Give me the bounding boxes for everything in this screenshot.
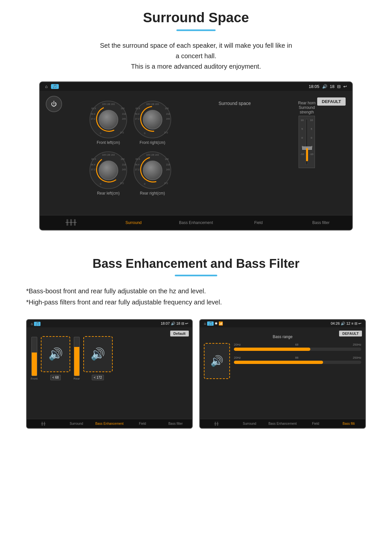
- knob-label-rr: Rear right(cm): [140, 191, 165, 196]
- time-display: 18:05: [309, 84, 319, 89]
- left-speaker-group: Front: [31, 337, 38, 380]
- surround-space-label: Surround space: [212, 101, 257, 106]
- knob-rear-left: 109 136 163 190 218 245 272 81.6 54.4 27…: [90, 151, 127, 196]
- panel-nav-field[interactable]: Field: [126, 419, 159, 428]
- panel-nav-bass-enhancement[interactable]: Bass Enhancement: [93, 419, 126, 428]
- bf-slider-track-2[interactable]: [234, 361, 361, 364]
- nav-item-field[interactable]: Field: [227, 216, 290, 229]
- nav-item-surround[interactable]: Surround: [102, 216, 165, 229]
- description: Set the surround space of each speaker, …: [26, 40, 366, 72]
- panel-right-nav-surround[interactable]: Surround: [233, 419, 266, 428]
- section2-title: Bass Enhancement and Bass Filter: [26, 257, 366, 271]
- home-icon-left: ⌂: [31, 322, 33, 326]
- statusbar-left: ⌂ 🎵: [45, 84, 59, 89]
- equalizer-icon: ╫╫╫: [41, 219, 101, 225]
- panel-nav-surround[interactable]: Surround: [60, 419, 93, 428]
- section-bass: Bass Enhancement and Bass Filter *Bass-b…: [0, 244, 392, 435]
- knobs-area: 109 136 163 190 218 245 272 81.6 54.4 27…: [46, 97, 346, 199]
- bass-filter-speaker: 🔊: [204, 343, 230, 379]
- knob-label-fr: Front right(cm): [139, 140, 165, 145]
- knob-label-rl: Rear left(cm): [97, 191, 120, 196]
- knob-grid: 109 136 163 190 218 245 272 81.6 54.4 27…: [90, 101, 171, 196]
- bf-slider-row-2: 20Hz 88 250Hz: [234, 356, 361, 364]
- fader-orange-fill: [306, 148, 308, 161]
- knob-outer-fl[interactable]: 109 136 163 190 218 245 272 81.6 54.4 27…: [90, 101, 127, 138]
- bf-slider-track-1[interactable]: [234, 348, 361, 351]
- panel-device-bass-filter: ⌂ 🎵 ✱ 📶 04:26 🔊 12 ≡ ⊟ ↩ DEFAULT Bass ra…: [199, 319, 366, 429]
- volume-icon: 🔊: [322, 84, 327, 89]
- panel-left-statusbar: ⌂ 🎵 18:07 🔊 18 ⊟ ↩: [27, 320, 192, 327]
- speaker-icon-left: 🔊: [48, 347, 63, 361]
- knob-front-right: 109 136 163 190 218 245 272 81.6 54.4 27…: [134, 101, 171, 145]
- panel-right-statusbar: ⌂ 🎵 ✱ 📶 04:26 🔊 12 ≡ ⊟ ↩: [200, 320, 365, 327]
- panel-left-status-right: 18:07 🔊 18 ⊟ ↩: [161, 321, 188, 326]
- fader-labels-right: 10 5 0 -5 -10: [310, 119, 314, 156]
- back-icon[interactable]: ↩: [343, 84, 347, 89]
- panel-right-status-right: 04:26 🔊 12 ≡ ⊟ ↩: [331, 321, 362, 326]
- nav-item-bass-enhancement[interactable]: Bass Enhancement: [165, 216, 227, 229]
- section2-desc: *Bass-boost front and rear fully adjusta…: [26, 285, 366, 308]
- bf-slider-row-1: 20Hz 68 250Hz: [234, 343, 361, 351]
- device-statusbar: ⌂ 🎵 18:05 🔊 18 ⊟ ↩: [40, 82, 352, 91]
- default-button[interactable]: DEFAULT: [317, 97, 346, 106]
- window-icon: ⊟: [337, 84, 341, 89]
- bass-filter-content: Bass range 🔊 20Hz 68: [204, 335, 361, 379]
- rear-horn-label: Rear hornSurroundstrength: [298, 101, 316, 114]
- two-panels: ⌂ 🎵 18:07 🔊 18 ⊟ ↩ Default: [26, 319, 366, 429]
- speaker-vis-left: 🔊 < 68: [41, 336, 70, 380]
- right-speaker-group: Rear: [74, 337, 80, 380]
- panel-left-default-btn[interactable]: Default: [170, 331, 189, 336]
- panel-right-screen: DEFAULT Bass range 🔊: [200, 327, 365, 419]
- device-mockup-1: ⌂ 🎵 18:05 🔊 18 ⊟ ↩ ⏻ DEFAULT: [39, 81, 353, 231]
- fader-labels-left: 10 5 0 -5 -10: [300, 119, 304, 156]
- knob-rear-right: 109 136 163 190 218 245 272 81.6 54.4 27…: [134, 151, 171, 196]
- knob-front-left: 109 136 163 190 218 245 272 81.6 54.4 27…: [90, 101, 127, 145]
- be-slider-left[interactable]: [31, 337, 37, 376]
- app-icon: 🎵: [51, 84, 59, 89]
- knob-outer-rr[interactable]: 109 136 163 190 218 245 272 81.6 54.4 27…: [134, 151, 171, 189]
- app-icon-left: 🎵: [34, 322, 41, 326]
- right-panel: Rear hornSurroundstrength 10 5 0 -5 -10: [298, 101, 316, 168]
- bf-slider-fill-2: [234, 361, 323, 364]
- be-value-1: < 68: [50, 375, 61, 380]
- panel-nav-bass-filter[interactable]: Bass filter: [159, 419, 192, 428]
- panel-right-nav-field[interactable]: Field: [299, 419, 332, 428]
- section-surround-space: Surround Space Set the surround space of…: [0, 0, 392, 244]
- panel-left-status-left: ⌂ 🎵: [31, 322, 41, 326]
- bass-range-label: Bass range: [204, 335, 361, 339]
- section2-underline: [175, 275, 217, 276]
- panel-right-nav-eq[interactable]: ╫╫: [200, 419, 233, 428]
- bf-slider-fill-1: [234, 348, 310, 351]
- speaker-icon-right: 🔊: [90, 347, 105, 361]
- title-underline: [176, 29, 216, 31]
- panel-right-nav-bass-filter[interactable]: Bass filti: [332, 419, 365, 428]
- knob-outer-fr[interactable]: 109 136 163 190 218 245 272 81.6 54.4 27…: [134, 101, 171, 138]
- bass-filter-sliders: 20Hz 68 250Hz: [234, 343, 361, 369]
- home-icon-right: ⌂: [204, 321, 206, 325]
- panel-right-nav-bass-enhancement[interactable]: Bass Enhancement: [266, 419, 299, 428]
- fader-container[interactable]: 10 5 0 -5 -10 10 5 0: [299, 116, 315, 168]
- power-button[interactable]: ⏻: [46, 96, 62, 112]
- nav-item-equalizer[interactable]: ╫╫╫: [40, 215, 102, 230]
- panel-right-nav: ╫╫ Surround Bass Enhancement Field Bass …: [200, 419, 365, 428]
- device-screen: ⏻ DEFAULT 109 136 163 190 218 245 272: [40, 91, 352, 215]
- panel-device-bass-enhancement: ⌂ 🎵 18:07 🔊 18 ⊟ ↩ Default: [26, 319, 193, 429]
- bass-filter-layout: 🔊 20Hz 68 250Hz: [204, 343, 361, 379]
- panel-nav-eq[interactable]: ╫╫: [27, 419, 60, 428]
- speaker-vis-right: 🔊 < 172: [83, 336, 113, 380]
- knob-label-fl: Front left(cm): [97, 140, 120, 145]
- app-icon-right: 🎵: [207, 321, 214, 326]
- nav-item-bass-filter[interactable]: Bass filter: [290, 216, 352, 229]
- statusbar-right: 18:05 🔊 18 ⊟ ↩: [309, 84, 347, 89]
- panel-left-screen: Default Front 🔊: [27, 327, 192, 419]
- bass-enhancement-content: Front 🔊 < 68: [31, 336, 188, 380]
- battery-level: 18: [330, 84, 335, 89]
- panel-right-default-btn[interactable]: DEFAULT: [339, 331, 362, 336]
- panel-left-nav: ╫╫ Surround Bass Enhancement Field Bass …: [27, 419, 192, 428]
- page-title: Surround Space: [26, 10, 366, 26]
- be-slider-right[interactable]: [74, 337, 80, 376]
- device-nav: ╫╫╫ Surround Bass Enhancement Field Bass…: [40, 215, 352, 230]
- be-value-2: < 172: [92, 375, 104, 380]
- knob-outer-rl[interactable]: 109 136 163 190 218 245 272 81.6 54.4 27…: [90, 151, 127, 189]
- home-icon: ⌂: [45, 84, 48, 89]
